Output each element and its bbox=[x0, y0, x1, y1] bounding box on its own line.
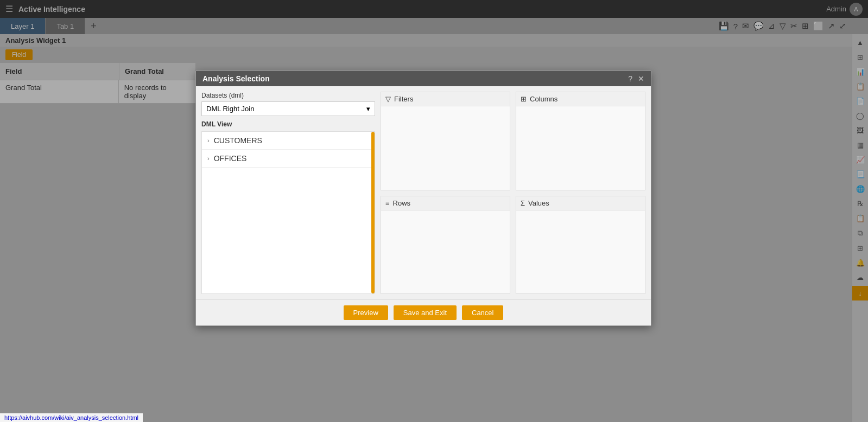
filters-header: ▽ Filters bbox=[381, 92, 510, 106]
filters-body[interactable] bbox=[381, 106, 510, 190]
datasets-select[interactable]: DML Right Join ▾ bbox=[201, 101, 375, 116]
tree-item-offices[interactable]: › OFFICES bbox=[202, 150, 375, 168]
rows-body[interactable] bbox=[381, 210, 510, 294]
dialog-titlebar: Analysis Selection ? ✕ bbox=[196, 71, 651, 86]
values-label: Values bbox=[528, 199, 549, 207]
filters-label: Filters bbox=[394, 95, 413, 103]
datasets-label: Datasets (dml) bbox=[201, 92, 375, 99]
preview-button[interactable]: Preview bbox=[344, 305, 388, 320]
cancel-button[interactable]: Cancel bbox=[462, 305, 503, 320]
dataset-dropdown-icon: ▾ bbox=[366, 105, 370, 113]
dataset-selected-value: DML Right Join bbox=[206, 105, 254, 113]
rows-icon: ≡ bbox=[385, 199, 390, 207]
dialog-help-icon[interactable]: ? bbox=[628, 74, 632, 83]
rows-zone: ≡ Rows bbox=[381, 196, 510, 295]
columns-label: Columns bbox=[530, 95, 557, 103]
columns-header: ⊞ Columns bbox=[516, 92, 645, 106]
dml-tree: › CUSTOMERS › OFFICES bbox=[201, 131, 375, 294]
columns-body[interactable] bbox=[516, 106, 645, 190]
dml-view-label: DML View bbox=[201, 120, 375, 128]
analysis-selection-dialog: Analysis Selection ? ✕ Datasets (dml) DM… bbox=[195, 71, 651, 326]
filter-icon: ▽ bbox=[385, 95, 391, 103]
customers-chevron-icon: › bbox=[207, 137, 210, 144]
dialog-right-panel: ▽ Filters ⊞ Columns ≡ Rows bbox=[381, 92, 645, 294]
dialog-left-panel: Datasets (dml) DML Right Join ▾ DML View… bbox=[201, 92, 375, 294]
tree-item-customers[interactable]: › CUSTOMERS bbox=[202, 132, 375, 150]
dialog-title: Analysis Selection bbox=[202, 74, 270, 83]
columns-zone: ⊞ Columns bbox=[516, 92, 645, 190]
dialog-body: Datasets (dml) DML Right Join ▾ DML View… bbox=[196, 86, 651, 299]
save-exit-button[interactable]: Save and Exit bbox=[394, 305, 457, 320]
offices-chevron-icon: › bbox=[207, 155, 210, 162]
filters-zone: ▽ Filters bbox=[381, 92, 510, 190]
dialog-close-icon[interactable]: ✕ bbox=[638, 74, 644, 83]
rows-label: Rows bbox=[393, 199, 411, 207]
status-url: https://aivhub.com/wiki/aiv_analysis_sel… bbox=[4, 414, 138, 421]
rows-header: ≡ Rows bbox=[381, 196, 510, 210]
statusbar: https://aivhub.com/wiki/aiv_analysis_sel… bbox=[0, 413, 143, 422]
values-header: Σ Values bbox=[516, 196, 645, 210]
columns-icon: ⊞ bbox=[521, 95, 527, 103]
values-body[interactable] bbox=[516, 210, 645, 294]
tree-scrollbar[interactable] bbox=[371, 132, 375, 293]
values-zone: Σ Values bbox=[516, 196, 645, 295]
dialog-footer: Preview Save and Exit Cancel bbox=[196, 299, 651, 325]
offices-label: OFFICES bbox=[214, 154, 247, 163]
dialog-title-icons: ? ✕ bbox=[628, 74, 644, 83]
customers-label: CUSTOMERS bbox=[214, 136, 262, 145]
values-icon: Σ bbox=[521, 199, 525, 207]
